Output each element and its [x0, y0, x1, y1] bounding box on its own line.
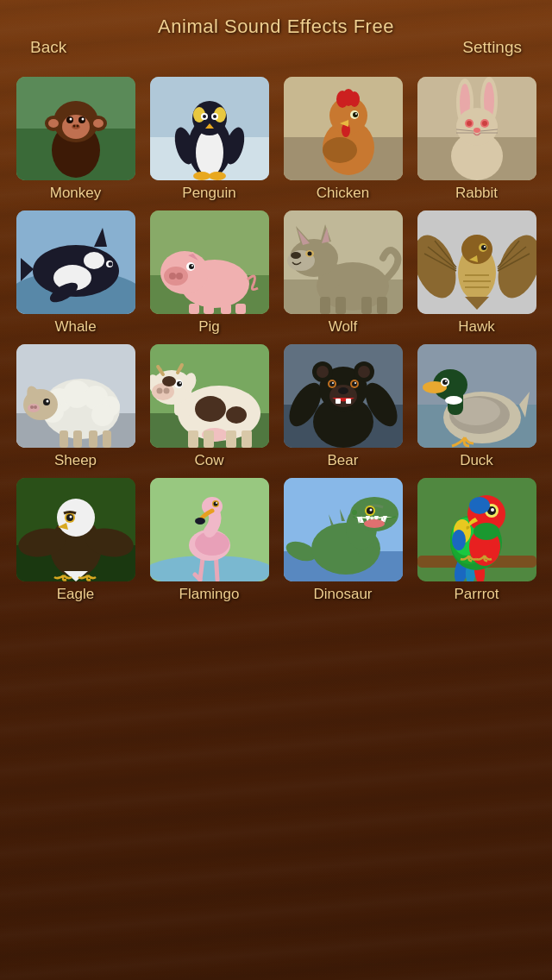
svg-rect-155 — [242, 430, 252, 448]
svg-point-31 — [209, 172, 226, 180]
animal-item-pig[interactable]: Pig — [147, 210, 272, 336]
animal-image-rabbit — [417, 77, 536, 180]
animal-image-chicken — [284, 77, 403, 180]
svg-point-11 — [69, 118, 72, 121]
animal-item-duck[interactable]: Duck — [414, 344, 539, 469]
svg-rect-180 — [346, 399, 351, 404]
animal-image-eagle — [16, 478, 135, 581]
animal-image-bear — [284, 344, 403, 448]
animal-image-parrot — [417, 478, 536, 581]
svg-point-210 — [69, 516, 72, 518]
svg-point-198 — [445, 380, 447, 382]
animal-label-duck: Duck — [460, 452, 493, 469]
animal-item-flamingo[interactable]: Flamingo — [147, 478, 272, 603]
svg-point-183 — [332, 382, 334, 384]
svg-point-66 — [84, 252, 104, 269]
svg-point-15 — [76, 125, 78, 128]
svg-point-255 — [452, 530, 466, 550]
back-button[interactable]: Back — [30, 38, 66, 57]
svg-point-149 — [195, 396, 226, 422]
animal-label-sheep: Sheep — [54, 452, 97, 469]
svg-point-222 — [216, 502, 217, 504]
animal-item-eagle[interactable]: Eagle — [13, 478, 138, 603]
svg-point-132 — [91, 404, 114, 426]
animal-label-whale: Whale — [54, 318, 96, 336]
svg-point-260 — [469, 497, 490, 514]
svg-point-57 — [474, 128, 480, 133]
svg-rect-91 — [320, 297, 330, 314]
animal-image-wolf — [284, 210, 403, 314]
animal-label-cow: Cow — [194, 452, 223, 469]
animal-item-chicken[interactable]: Chicken — [280, 77, 405, 202]
svg-point-143 — [34, 405, 37, 409]
animal-label-parrot: Parrrot — [455, 586, 499, 603]
svg-rect-84 — [189, 304, 199, 314]
svg-rect-154 — [226, 430, 236, 448]
svg-point-244 — [352, 510, 357, 515]
animal-item-hawk[interactable]: Hawk — [414, 210, 539, 336]
svg-point-182 — [329, 381, 335, 386]
svg-rect-153 — [204, 430, 214, 448]
animal-image-monkey — [16, 77, 135, 180]
animal-image-hawk — [417, 210, 536, 314]
animal-label-hawk: Hawk — [458, 318, 495, 336]
animal-item-whale[interactable]: Whale — [13, 210, 138, 336]
animal-label-bear: Bear — [328, 452, 359, 469]
svg-rect-87 — [235, 304, 246, 314]
animal-image-whale — [16, 210, 135, 314]
animal-label-monkey: Monkey — [50, 185, 102, 202]
svg-point-150 — [226, 406, 247, 424]
animal-item-wolf[interactable]: Wolf — [280, 210, 405, 336]
animal-item-cow[interactable]: Cow — [147, 344, 272, 469]
svg-point-166 — [162, 376, 176, 386]
svg-point-122 — [484, 246, 486, 248]
animal-item-rabbit[interactable]: Rabbit — [414, 77, 539, 202]
svg-rect-86 — [221, 304, 231, 314]
svg-point-174 — [317, 366, 329, 378]
animal-label-rabbit: Rabbit — [455, 185, 498, 202]
animal-item-monkey[interactable]: Monkey — [13, 77, 138, 202]
animal-item-penguin[interactable]: Penguin — [147, 77, 272, 202]
svg-point-77 — [169, 273, 176, 280]
svg-point-142 — [30, 405, 34, 409]
svg-point-164 — [177, 381, 182, 386]
svg-rect-134 — [73, 430, 82, 448]
svg-point-25 — [203, 115, 206, 118]
svg-point-206 — [57, 499, 95, 537]
svg-point-35 — [323, 137, 357, 163]
animal-item-parrot[interactable]: Parrrot — [414, 478, 539, 603]
svg-point-43 — [353, 112, 358, 117]
animal-image-sheep — [16, 344, 135, 448]
svg-rect-152 — [188, 430, 198, 448]
settings-button[interactable]: Settings — [462, 38, 522, 57]
svg-point-39 — [349, 91, 360, 107]
svg-rect-135 — [89, 430, 97, 448]
svg-point-140 — [46, 400, 48, 403]
svg-rect-85 — [204, 304, 214, 314]
svg-point-161 — [156, 388, 162, 394]
svg-point-7 — [93, 119, 104, 128]
animal-image-penguin — [150, 77, 269, 180]
svg-point-102 — [291, 252, 301, 259]
svg-point-56 — [482, 121, 487, 126]
svg-rect-133 — [60, 430, 68, 448]
svg-point-78 — [176, 273, 183, 280]
header-title: Animal Sound Effects Free — [17, 16, 535, 38]
svg-point-52 — [456, 108, 498, 146]
animal-image-pig — [150, 210, 269, 314]
animal-item-sheep[interactable]: Sheep — [13, 344, 138, 469]
svg-point-44 — [355, 113, 357, 115]
svg-point-26 — [213, 115, 216, 118]
svg-rect-92 — [336, 297, 346, 314]
animal-image-duck — [417, 344, 536, 448]
svg-point-162 — [163, 388, 169, 394]
animal-image-dinosaur — [284, 478, 403, 581]
animal-item-dinosaur[interactable]: Dinosaur — [280, 478, 405, 603]
svg-point-186 — [354, 382, 356, 384]
animal-item-bear[interactable]: Bear — [280, 344, 405, 469]
svg-point-13 — [72, 124, 80, 129]
animal-grid: Monkey Penguin — [0, 68, 552, 612]
animal-label-dinosaur: Dinosaur — [313, 586, 372, 603]
svg-point-141 — [28, 404, 40, 412]
animal-label-eagle: Eagle — [57, 586, 94, 603]
